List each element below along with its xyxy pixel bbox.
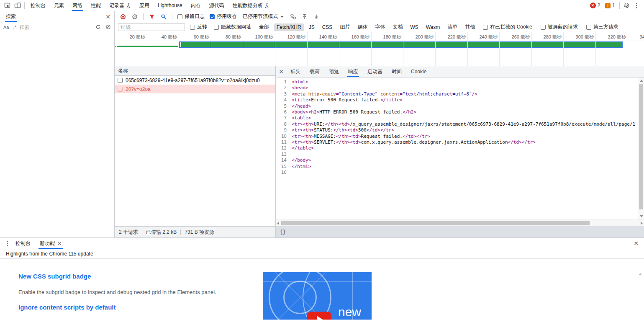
waterfall-start-dot xyxy=(115,46,116,47)
throttling-dropdown[interactable]: 已停用节流模式 xyxy=(240,13,286,20)
line-number: 2 xyxy=(276,85,289,91)
invert-filter-checkbox[interactable]: 反转 xyxy=(188,23,209,31)
request-checkbox[interactable] xyxy=(118,87,123,92)
response-source-code[interactable]: 1<html>2<head>3<meta http-equiv="Content… xyxy=(276,77,638,219)
format-braces-button[interactable]: {} xyxy=(280,229,286,235)
filter-type-Wasm[interactable]: Wasm xyxy=(423,23,443,31)
filter-type-媒体[interactable]: 媒体 xyxy=(354,23,370,31)
detail-tab-启动器[interactable]: 启动器 xyxy=(363,66,387,77)
request-row[interactable]: 065c6973-6829-41e9-a297-7f651a97f0b8?v=o… xyxy=(115,76,275,85)
scroll-left-arrow[interactable] xyxy=(277,222,279,225)
scroll-right-arrow[interactable] xyxy=(641,222,643,225)
tab-性能[interactable]: 性能 xyxy=(87,0,105,11)
divider xyxy=(172,13,172,20)
timeline-tick-label: 140 毫秒 xyxy=(307,34,337,40)
waterfall-bar-request-1 xyxy=(117,46,178,47)
inspect-element-icon[interactable] xyxy=(3,0,13,10)
youtube-play-button[interactable] xyxy=(307,312,331,320)
filter-type-CSS[interactable]: CSS xyxy=(319,23,336,31)
close-search-panel-icon[interactable]: ✕ xyxy=(103,12,113,21)
filter-type-Fetch/XHR[interactable]: Fetch/XHR xyxy=(274,23,304,31)
filter-type-其他[interactable]: 其他 xyxy=(462,23,478,31)
clear-search-icon[interactable] xyxy=(104,22,112,32)
request-row[interactable]: 20?v=o2oa xyxy=(115,85,275,93)
search-panel: 搜索 ✕ Aa .* xyxy=(0,11,115,237)
request-checkbox[interactable] xyxy=(118,78,123,83)
record-network-log-button[interactable] xyxy=(118,12,128,22)
detail-tab-时间[interactable]: 时间 xyxy=(387,66,406,77)
filter-type-清单[interactable]: 清单 xyxy=(444,23,460,31)
disable-cache-checkbox[interactable]: 停用缓存 xyxy=(208,13,239,20)
drawer-kebab-menu-icon[interactable] xyxy=(3,238,11,248)
line-content: </table> xyxy=(289,145,314,151)
regex-button[interactable]: .* xyxy=(12,25,17,30)
drawer-scroll-up-arrow[interactable] xyxy=(639,273,642,275)
device-toolbar-icon[interactable] xyxy=(13,0,23,10)
tab-控制台[interactable]: 控制台 xyxy=(26,0,50,11)
code-line: 5</head> xyxy=(276,103,638,109)
drawer-tab-console[interactable]: 控制台 xyxy=(11,238,35,249)
tab-Lighthouse[interactable]: Lighthouse xyxy=(154,0,187,11)
waterfall-bar-request-2 xyxy=(179,41,623,48)
filter-funnel-icon[interactable] xyxy=(147,12,157,22)
filter-checkbox-有已拦截的 Cookie[interactable]: 有已拦截的 Cookie xyxy=(481,23,534,31)
tab-元素[interactable]: 元素 xyxy=(50,0,68,11)
horizontal-scrollbar[interactable] xyxy=(276,219,644,226)
checkbox-unchecked xyxy=(541,25,546,30)
filter-type-WS[interactable]: WS xyxy=(407,23,421,31)
tab-search[interactable]: 搜索 xyxy=(2,11,20,22)
preserve-log-checkbox[interactable]: 保留日志 xyxy=(176,13,206,20)
network-conditions-icon[interactable] xyxy=(288,12,298,22)
filter-type-图片[interactable]: 图片 xyxy=(337,23,353,31)
detail-tab-响应[interactable]: 响应 xyxy=(344,66,363,77)
match-case-button[interactable]: Aa xyxy=(3,25,10,30)
filter-type-字体[interactable]: 字体 xyxy=(372,23,388,31)
tab-源代码[interactable]: 源代码 xyxy=(205,0,228,11)
settings-gear-icon[interactable] xyxy=(621,0,631,10)
export-har-icon[interactable] xyxy=(311,12,321,22)
vertical-scrollbar[interactable] xyxy=(638,77,644,219)
detail-tab-Cookie[interactable]: Cookie xyxy=(406,66,431,77)
kebab-menu-icon[interactable] xyxy=(631,0,641,10)
tab-网络[interactable]: 网络 xyxy=(68,0,87,11)
filter-type-文档[interactable]: 文档 xyxy=(390,23,405,31)
clear-network-log-button[interactable] xyxy=(130,12,140,22)
hide-data-urls-checkbox[interactable]: 隐藏数据网址 xyxy=(212,23,253,31)
tab-内存[interactable]: 内存 xyxy=(187,0,205,11)
request-list-name-header[interactable]: 名称 xyxy=(115,66,275,76)
network-overview-timeline[interactable]: 20 毫秒40 毫秒60 毫秒80 毫秒100 毫秒120 毫秒140 毫秒16… xyxy=(115,32,644,66)
filter-checkbox-被屏蔽的请求[interactable]: 被屏蔽的请求 xyxy=(539,23,580,31)
tab-记录器[interactable]: 记录器 xyxy=(105,0,135,11)
network-toolbar: 保留日志 停用缓存 已停用节流模式 xyxy=(115,11,644,22)
tab-应用[interactable]: 应用 xyxy=(135,0,154,11)
filter-checkbox-第三方请求[interactable]: 第三方请求 xyxy=(585,23,620,31)
filter-input[interactable] xyxy=(118,23,185,31)
drawer-tabbar: 控制台 新功能 ✕ ✕ xyxy=(0,238,644,249)
tab-性能数据分析[interactable]: 性能数据分析 xyxy=(228,0,274,11)
scroll-down-arrow[interactable] xyxy=(640,215,643,217)
whats-new-video-thumbnail[interactable]: new xyxy=(263,272,372,320)
whats-new-article-link-2[interactable]: Ignore content scripts by default xyxy=(18,304,116,311)
request-type-filters: 全部Fetch/XHRJSCSS图片媒体字体文档WSWasm清单其他 xyxy=(256,23,478,31)
whats-new-article-link-1[interactable]: New CSS subgrid badge xyxy=(18,273,91,280)
search-network-icon[interactable] xyxy=(159,12,169,22)
drawer-tab-whats-new[interactable]: 新功能 ✕ xyxy=(35,238,67,249)
scroll-up-arrow[interactable] xyxy=(640,80,643,82)
filter-type-全部[interactable]: 全部 xyxy=(256,23,272,31)
vertical-scroll-thumb[interactable] xyxy=(639,84,643,209)
horizontal-scroll-thumb[interactable] xyxy=(281,221,590,225)
detail-tab-标头[interactable]: 标头 xyxy=(286,66,305,77)
import-har-icon[interactable] xyxy=(300,12,310,22)
close-tab-icon[interactable]: ✕ xyxy=(57,240,62,247)
detail-tab-预览[interactable]: 预览 xyxy=(324,66,344,77)
detail-tab-载荷[interactable]: 载荷 xyxy=(305,66,324,77)
search-input[interactable] xyxy=(20,24,92,30)
line-content: <tr><th>SERVLET:</th><td>com.x.query.ass… xyxy=(289,139,536,145)
error-count-badge[interactable]: ✕ 2 xyxy=(588,3,603,8)
issues-count-badge[interactable]: ! 1 xyxy=(603,3,618,8)
filter-type-JS[interactable]: JS xyxy=(306,23,318,31)
line-number: 8 xyxy=(276,121,289,127)
close-drawer-icon[interactable]: ✕ xyxy=(631,239,641,248)
refresh-search-icon[interactable] xyxy=(94,22,102,32)
close-detail-panel-icon[interactable]: ✕ xyxy=(277,67,286,76)
